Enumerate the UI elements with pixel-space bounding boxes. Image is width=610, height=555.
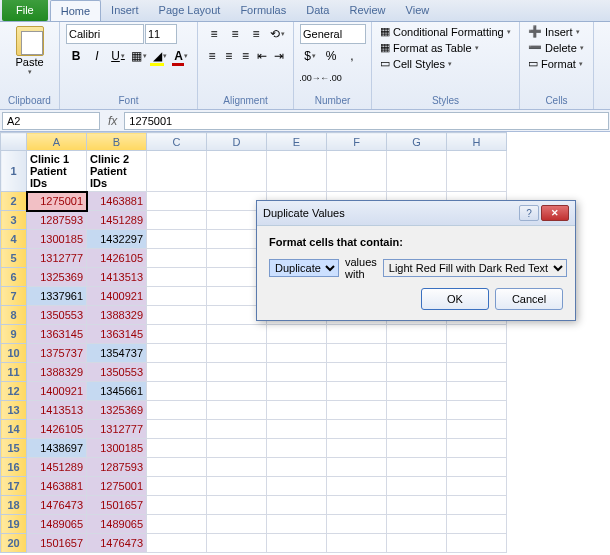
cell-empty[interactable] — [267, 151, 327, 192]
tab-review[interactable]: Review — [339, 0, 395, 21]
cell-empty[interactable] — [387, 401, 447, 420]
tab-insert[interactable]: Insert — [101, 0, 149, 21]
format-cells-button[interactable]: ▭Format ▾ — [526, 56, 587, 71]
name-box[interactable] — [2, 112, 100, 130]
row-header-9[interactable]: 9 — [1, 325, 27, 344]
cell-empty[interactable] — [327, 515, 387, 534]
row-header-19[interactable]: 19 — [1, 515, 27, 534]
percent-button[interactable]: % — [321, 46, 341, 66]
cell-B19[interactable]: 1489065 — [87, 515, 147, 534]
cell-A7[interactable]: 1337961 — [27, 287, 87, 306]
cell-empty[interactable] — [147, 211, 207, 230]
cell-A19[interactable]: 1489065 — [27, 515, 87, 534]
row-header-15[interactable]: 15 — [1, 439, 27, 458]
cell-empty[interactable] — [147, 439, 207, 458]
font-color-button[interactable]: A — [171, 46, 191, 66]
cell-A15[interactable]: 1438697 — [27, 439, 87, 458]
insert-cells-button[interactable]: ➕Insert ▾ — [526, 24, 587, 39]
delete-cells-button[interactable]: ➖Delete ▾ — [526, 40, 587, 55]
cell-A3[interactable]: 1287593 — [27, 211, 87, 230]
row-header-13[interactable]: 13 — [1, 401, 27, 420]
comma-button[interactable]: , — [342, 46, 362, 66]
cell-empty[interactable] — [267, 534, 327, 553]
indent-inc-button[interactable]: ⇥ — [271, 46, 287, 66]
row-header-2[interactable]: 2 — [1, 192, 27, 211]
cell-B14[interactable]: 1312777 — [87, 420, 147, 439]
cell-empty[interactable] — [447, 515, 507, 534]
cell-empty[interactable] — [207, 325, 267, 344]
cell-empty[interactable] — [327, 534, 387, 553]
cell-B6[interactable]: 1413513 — [87, 268, 147, 287]
cell-empty[interactable] — [387, 534, 447, 553]
row-header-14[interactable]: 14 — [1, 420, 27, 439]
cell-A1[interactable]: Clinic 1 Patient IDs — [27, 151, 87, 192]
cell-B10[interactable]: 1354737 — [87, 344, 147, 363]
col-header-F[interactable]: F — [327, 133, 387, 151]
cell-A12[interactable]: 1400921 — [27, 382, 87, 401]
decrease-decimal-button[interactable]: ←.00 — [321, 68, 341, 88]
cell-empty[interactable] — [207, 363, 267, 382]
cell-empty[interactable] — [447, 458, 507, 477]
cell-empty[interactable] — [147, 401, 207, 420]
cell-A16[interactable]: 1451289 — [27, 458, 87, 477]
border-button[interactable]: ▦ — [129, 46, 149, 66]
cell-empty[interactable] — [147, 192, 207, 211]
cell-empty[interactable] — [207, 534, 267, 553]
row-header-17[interactable]: 17 — [1, 477, 27, 496]
cell-empty[interactable] — [267, 363, 327, 382]
ok-button[interactable]: OK — [421, 288, 489, 310]
cell-empty[interactable] — [267, 344, 327, 363]
number-format-combo[interactable] — [300, 24, 366, 44]
cell-empty[interactable] — [267, 420, 327, 439]
cell-B11[interactable]: 1350553 — [87, 363, 147, 382]
cell-empty[interactable] — [387, 382, 447, 401]
row-header-3[interactable]: 3 — [1, 211, 27, 230]
cell-B16[interactable]: 1287593 — [87, 458, 147, 477]
cell-B18[interactable]: 1501657 — [87, 496, 147, 515]
cell-empty[interactable] — [387, 496, 447, 515]
cell-empty[interactable] — [327, 496, 387, 515]
increase-decimal-button[interactable]: .00→ — [300, 68, 320, 88]
cell-empty[interactable] — [387, 344, 447, 363]
align-right-button[interactable]: ≡ — [238, 46, 254, 66]
cell-empty[interactable] — [147, 306, 207, 325]
col-header-D[interactable]: D — [207, 133, 267, 151]
cell-B8[interactable]: 1388329 — [87, 306, 147, 325]
col-header-C[interactable]: C — [147, 133, 207, 151]
cell-B12[interactable]: 1345661 — [87, 382, 147, 401]
cell-B13[interactable]: 1325369 — [87, 401, 147, 420]
cell-empty[interactable] — [147, 458, 207, 477]
col-header-A[interactable]: A — [27, 133, 87, 151]
cell-A10[interactable]: 1375737 — [27, 344, 87, 363]
cell-empty[interactable] — [447, 477, 507, 496]
cell-empty[interactable] — [327, 458, 387, 477]
cell-B4[interactable]: 1432297 — [87, 230, 147, 249]
cell-empty[interactable] — [387, 515, 447, 534]
cell-A17[interactable]: 1463881 — [27, 477, 87, 496]
cell-B5[interactable]: 1426105 — [87, 249, 147, 268]
cell-empty[interactable] — [327, 151, 387, 192]
row-header-5[interactable]: 5 — [1, 249, 27, 268]
cell-empty[interactable] — [267, 496, 327, 515]
cell-empty[interactable] — [447, 344, 507, 363]
tab-file[interactable]: File — [2, 0, 48, 21]
cell-empty[interactable] — [147, 249, 207, 268]
help-button[interactable]: ? — [519, 205, 539, 221]
orientation-button[interactable]: ⟲ — [267, 24, 287, 44]
cell-empty[interactable] — [207, 496, 267, 515]
tab-formulas[interactable]: Formulas — [230, 0, 296, 21]
cell-empty[interactable] — [147, 287, 207, 306]
cell-empty[interactable] — [447, 496, 507, 515]
cell-empty[interactable] — [207, 439, 267, 458]
cell-empty[interactable] — [447, 382, 507, 401]
row-header-6[interactable]: 6 — [1, 268, 27, 287]
tab-home[interactable]: Home — [50, 0, 101, 21]
cell-empty[interactable] — [327, 439, 387, 458]
row-header-1[interactable]: 1 — [1, 151, 27, 192]
row-header-4[interactable]: 4 — [1, 230, 27, 249]
close-button[interactable]: ✕ — [541, 205, 569, 221]
cell-empty[interactable] — [387, 477, 447, 496]
align-center-button[interactable]: ≡ — [221, 46, 237, 66]
cell-empty[interactable] — [327, 420, 387, 439]
worksheet-grid[interactable]: ABCDEFGH1Clinic 1 Patient IDsClinic 2 Pa… — [0, 132, 610, 555]
